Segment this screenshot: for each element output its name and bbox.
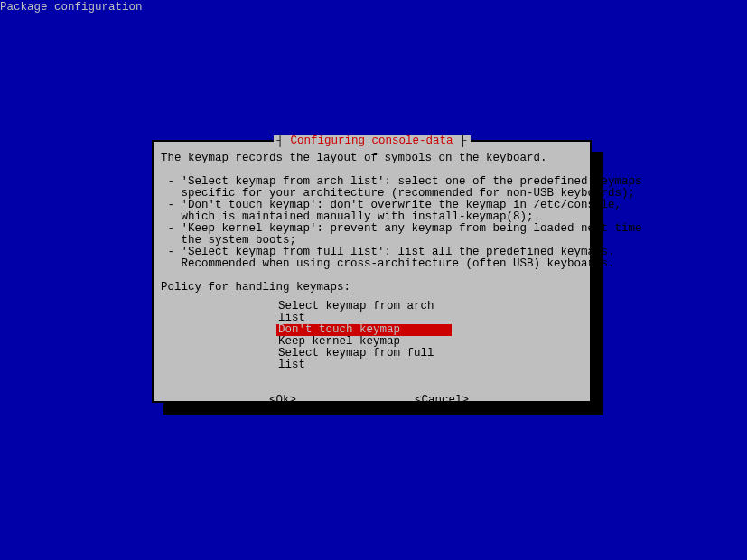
dialog-buttons: <Ok> <Cancel> [154,395,590,406]
header-title: Package configuration [0,0,747,14]
keymap-options-list: Select keymap from arch list Don't touch… [276,301,590,371]
ok-button[interactable]: <Ok> [269,395,296,406]
option-select-arch-list[interactable]: Select keymap from arch list [276,301,452,324]
dialog-title: Configuring console-data [273,135,470,147]
option-select-full-list[interactable]: Select keymap from full list [276,348,452,371]
cancel-button[interactable]: <Cancel> [415,395,469,406]
dialog-description: The keymap records the layout of symbols… [154,142,590,301]
config-dialog: Configuring console-data The keymap reco… [152,140,592,403]
dialog-wrapper: Configuring console-data The keymap reco… [152,140,592,403]
